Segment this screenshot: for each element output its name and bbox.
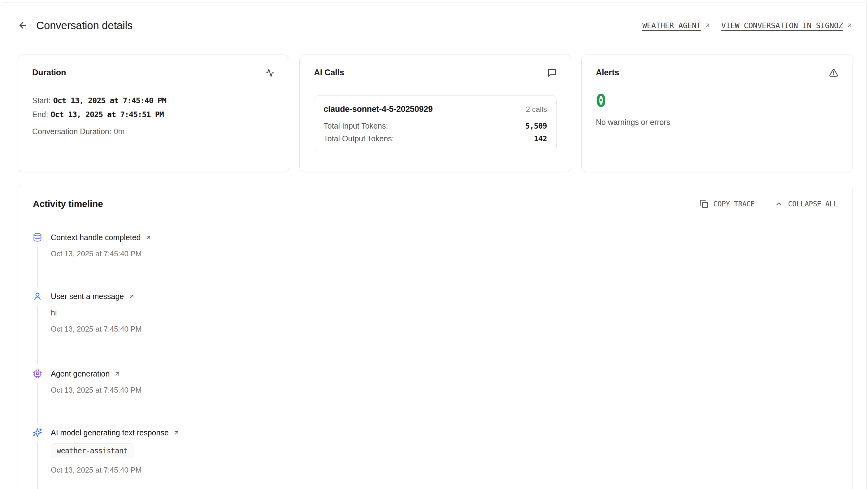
timeline-item-timestamp: Oct 13, 2025 at 7:45:40 PM [51, 386, 142, 395]
weather-agent-link[interactable]: WEATHER AGENT [642, 21, 711, 30]
end-value: Oct 13, 2025 at 7:45:51 PM [51, 110, 163, 119]
page-title: Conversation details [36, 19, 132, 32]
timeline-item-title-row[interactable]: Context handle completed [51, 233, 152, 242]
message-square-icon [547, 68, 557, 78]
collapse-all-button[interactable]: COLLAPSE ALL [775, 200, 838, 208]
weather-agent-link-label: WEATHER AGENT [642, 21, 701, 30]
ai-calls-card: AI Calls claude-sonnet-4-5-20250929 2 ca… [299, 55, 571, 172]
ai-calls-card-title: AI Calls [314, 68, 344, 78]
timeline-list: Context handle completed Oct 13, 2025 at… [33, 233, 838, 474]
external-link-arrow-icon [704, 22, 711, 29]
duration-card: Duration Start:Oct 13, 2025 at 7:45:40 P… [18, 55, 289, 172]
activity-timeline-card: Activity timeline COPY TRACE COLLAPSE AL… [18, 185, 853, 489]
view-conversation-link-label: VIEW CONVERSATION IN SIGNOZ [721, 21, 843, 30]
triangle-alert-icon [829, 68, 838, 78]
timeline-item-context-handle: Context handle completed Oct 13, 2025 at… [33, 233, 838, 292]
input-tokens-value: 5,509 [525, 121, 547, 131]
arrow-up-right-icon [145, 234, 152, 241]
start-value: Oct 13, 2025 at 7:45:40 PM [53, 96, 166, 105]
timeline-item-title: Agent generation [51, 369, 110, 378]
copy-trace-button[interactable]: COPY TRACE [700, 200, 754, 208]
summary-cards-row: Duration Start:Oct 13, 2025 at 7:45:40 P… [18, 55, 853, 172]
timeline-item-title: User sent a message [51, 292, 124, 301]
model-usage-box: claude-sonnet-4-5-20250929 2 calls Total… [314, 95, 556, 152]
output-tokens-label: Total Output Tokens: [323, 134, 394, 143]
input-tokens-label: Total Input Tokens: [323, 121, 388, 131]
assistant-name-badge: weather-assistant [51, 443, 133, 458]
duration-card-title: Duration [32, 68, 66, 78]
conversation-duration-value: 0m [114, 127, 125, 136]
activity-timeline-title: Activity timeline [33, 199, 103, 209]
start-time-row: Start:Oct 13, 2025 at 7:45:40 PM [32, 96, 275, 105]
timeline-item-user-message: User sent a message hi Oct 13, 2025 at 7… [33, 292, 838, 369]
alert-count: 0 [596, 92, 838, 109]
activity-pulse-icon [265, 68, 275, 78]
input-tokens-row: Total Input Tokens: 5,509 [323, 121, 547, 131]
timeline-item-title-row[interactable]: AI model generating text response [51, 428, 180, 437]
alert-message: No warnings or errors [596, 118, 838, 127]
collapse-all-label: COLLAPSE ALL [788, 200, 838, 208]
user-icon [33, 292, 42, 301]
output-tokens-row: Total Output Tokens: 142 [323, 134, 547, 143]
cpu-icon [33, 369, 42, 378]
end-time-row: End:Oct 13, 2025 at 7:45:51 PM [32, 110, 275, 119]
timeline-item-message-body: hi [51, 308, 142, 317]
header-links: WEATHER AGENT VIEW CONVERSATION IN SIGNO… [642, 21, 853, 30]
chevron-up-icon [775, 200, 783, 208]
copy-trace-label: COPY TRACE [713, 200, 754, 208]
arrow-up-right-icon [173, 430, 180, 436]
page-header: Conversation details WEATHER AGENT VIEW … [18, 18, 853, 33]
timeline-item-agent-generation: Agent generation Oct 13, 2025 at 7:45:40… [33, 369, 838, 428]
timeline-item-title: AI model generating text response [51, 428, 169, 437]
arrow-up-right-icon [128, 293, 135, 300]
model-name: claude-sonnet-4-5-20250929 [323, 105, 432, 114]
conversation-duration-label: Conversation Duration: [32, 127, 112, 136]
arrow-up-right-icon [114, 371, 121, 377]
alerts-card-title: Alerts [596, 68, 619, 78]
database-icon [33, 233, 42, 242]
timeline-item-timestamp: Oct 13, 2025 at 7:45:40 PM [51, 250, 152, 258]
timeline-item-title: Context handle completed [51, 233, 141, 242]
external-link-arrow-icon [846, 22, 853, 29]
sparkles-icon [33, 428, 42, 437]
copy-icon [700, 200, 708, 208]
output-tokens-value: 142 [534, 134, 547, 143]
model-call-count: 2 calls [526, 105, 547, 114]
timeline-item-title-row[interactable]: Agent generation [51, 369, 142, 378]
view-conversation-in-signoz-link[interactable]: VIEW CONVERSATION IN SIGNOZ [721, 21, 853, 30]
timeline-item-title-row[interactable]: User sent a message [51, 292, 142, 301]
end-label: End: [32, 110, 48, 119]
back-button[interactable] [18, 20, 28, 31]
arrow-left-icon [18, 21, 28, 30]
conversation-duration-row: Conversation Duration:0m [32, 127, 275, 136]
timeline-item-ai-text-response: AI model generating text response weathe… [33, 428, 838, 474]
main-panel: Conversation details WEATHER AGENT VIEW … [2, 2, 867, 489]
timeline-item-timestamp: Oct 13, 2025 at 7:45:40 PM [51, 466, 180, 474]
alerts-card: Alerts 0 No warnings or errors [581, 55, 853, 172]
timeline-item-timestamp: Oct 13, 2025 at 7:45:40 PM [51, 325, 142, 334]
start-label: Start: [32, 96, 51, 105]
